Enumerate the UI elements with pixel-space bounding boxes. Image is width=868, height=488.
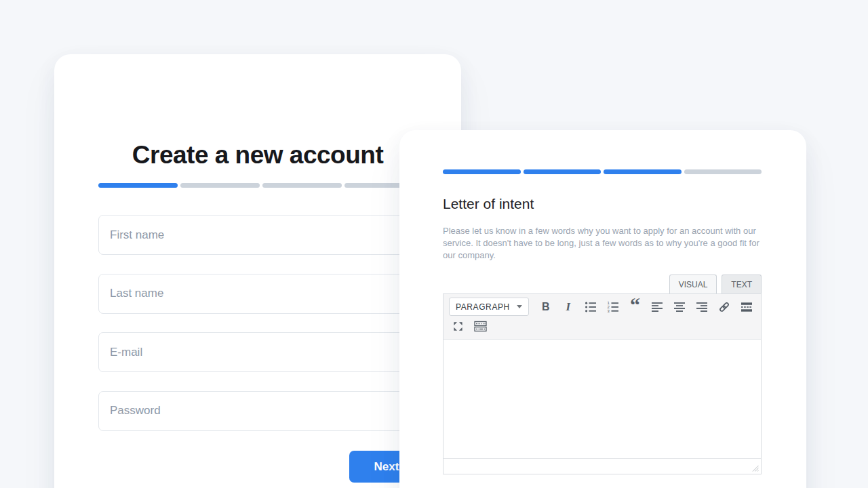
wysiwyg-editor: PARAGRAPH B I xyxy=(443,293,762,474)
read-more-icon xyxy=(741,301,753,313)
align-right-icon xyxy=(696,301,708,313)
read-more-button[interactable] xyxy=(738,298,755,316)
password-field[interactable] xyxy=(98,391,424,431)
bold-icon: B xyxy=(542,301,550,313)
chevron-down-icon xyxy=(517,305,522,308)
svg-text:3: 3 xyxy=(607,309,610,313)
italic-button[interactable]: I xyxy=(559,298,577,316)
align-left-icon xyxy=(651,301,663,313)
bullet-list-button[interactable] xyxy=(582,298,599,316)
progress-segment xyxy=(524,169,601,174)
progress-segment xyxy=(604,169,682,174)
progress-segment xyxy=(443,169,521,174)
link-icon xyxy=(718,301,730,313)
link-button[interactable] xyxy=(715,298,733,316)
signup-form xyxy=(98,215,424,449)
editor-mode-tabs: VISUAL TEXT xyxy=(443,274,762,293)
page: Create a new account Next Letter of inte… xyxy=(0,0,868,488)
letter-title: Letter of intent xyxy=(443,196,534,212)
letter-progress-bar xyxy=(443,169,762,174)
italic-icon: I xyxy=(566,300,570,314)
ordered-list-button[interactable]: 1 2 3 xyxy=(604,298,622,316)
signup-progress-bar xyxy=(98,183,424,188)
align-left-button[interactable] xyxy=(648,298,666,316)
bullet-list-icon xyxy=(585,301,597,313)
letter-description: Please let us know in a few words why yo… xyxy=(443,225,762,262)
resize-grip-icon[interactable] xyxy=(751,464,760,472)
bold-button[interactable]: B xyxy=(537,298,555,316)
last-name-field[interactable] xyxy=(98,274,424,314)
progress-segment xyxy=(180,183,260,188)
progress-segment xyxy=(98,183,178,188)
ordered-list-icon: 1 2 3 xyxy=(607,301,619,313)
email-field[interactable] xyxy=(98,332,424,372)
editor-statusbar xyxy=(443,458,761,474)
letter-card: Letter of intent Please let us know in a… xyxy=(399,130,806,488)
first-name-field[interactable] xyxy=(98,215,424,255)
tab-text[interactable]: TEXT xyxy=(722,274,762,293)
progress-segment xyxy=(684,169,762,174)
fullscreen-button[interactable] xyxy=(449,317,467,335)
toolbar-row-2 xyxy=(443,317,761,339)
progress-segment xyxy=(262,183,342,188)
fullscreen-icon xyxy=(452,321,464,332)
align-center-button[interactable] xyxy=(671,298,688,316)
toolbar-row-1: PARAGRAPH B I xyxy=(443,294,761,317)
paragraph-dropdown[interactable]: PARAGRAPH xyxy=(449,298,529,316)
tab-visual[interactable]: VISUAL xyxy=(669,274,717,293)
blockquote-button[interactable]: “ xyxy=(627,298,644,316)
form-actions: Next xyxy=(98,451,424,483)
blockquote-icon: “ xyxy=(630,302,640,312)
keyboard-toggle-button[interactable] xyxy=(471,317,489,335)
editor-content-area[interactable] xyxy=(443,340,761,458)
paragraph-dropdown-label: PARAGRAPH xyxy=(456,302,510,312)
align-right-button[interactable] xyxy=(693,298,711,316)
keyboard-toggle-icon xyxy=(474,321,487,332)
align-center-icon xyxy=(673,301,686,313)
editor-toolbar: PARAGRAPH B I xyxy=(443,294,761,340)
